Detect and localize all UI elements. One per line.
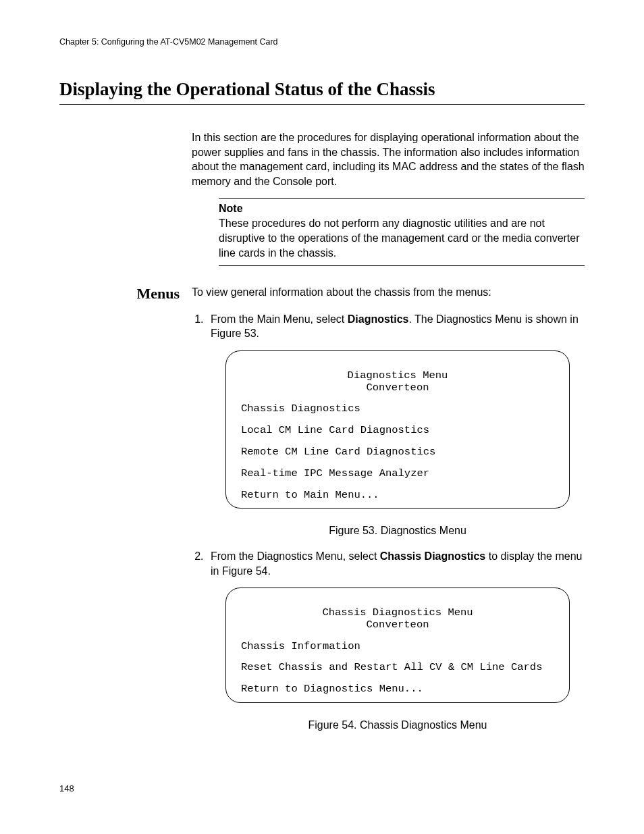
menus-section: Menus To view general information about …	[59, 285, 585, 744]
fig54-subtitle: Converteon	[241, 619, 554, 631]
fig54-item-0: Chassis Information	[241, 641, 554, 653]
fig53-item-2: Remote CM Line Card Diagnostics	[241, 446, 554, 459]
step1-pre: From the Main Menu, select	[211, 313, 348, 325]
step1-bold: Diagnostics	[348, 313, 409, 325]
intro-paragraph: In this section are the procedures for d…	[192, 130, 585, 188]
running-header: Chapter 5: Configuring the AT-CV5M02 Man…	[59, 37, 585, 47]
fig53-item-3: Real-time IPC Message Analyzer	[241, 468, 554, 480]
fig53-title: Diagnostics Menu	[241, 370, 554, 382]
figure-53-caption: Figure 53. Diagnostics Menu	[211, 523, 585, 538]
fig54-title: Chassis Diagnostics Menu	[241, 607, 554, 619]
note-text: These procedures do not perform any diag…	[219, 216, 585, 260]
step2-pre: From the Diagnostics Menu, select	[211, 550, 380, 562]
menus-content: To view general information about the ch…	[192, 285, 585, 744]
figure-54-terminal: Chassis Diagnostics MenuConverteonChassi…	[225, 588, 570, 703]
page-number: 148	[59, 783, 74, 793]
section-title: Displaying the Operational Status of the…	[59, 79, 585, 100]
step2-bold: Chassis Diagnostics	[380, 550, 486, 562]
fig53-item-0: Chassis Diagnostics	[241, 403, 554, 415]
intro-block: In this section are the procedures for d…	[192, 130, 585, 266]
page: Chapter 5: Configuring the AT-CV5M02 Man…	[0, 0, 644, 834]
figure-54-caption: Figure 54. Chassis Diagnostics Menu	[211, 718, 585, 733]
steps-list: From the Main Menu, select Diagnostics. …	[192, 312, 585, 733]
step-1: From the Main Menu, select Diagnostics. …	[207, 312, 585, 538]
fig53-item-4: Return to Main Menu...	[241, 490, 554, 502]
figure-53-terminal: Diagnostics MenuConverteonChassis Diagno…	[225, 350, 570, 509]
fig53-subtitle: Converteon	[241, 382, 554, 394]
step-2: From the Diagnostics Menu, select Chassi…	[207, 549, 585, 733]
fig54-item-1: Reset Chassis and Restart All CV & CM Li…	[241, 662, 554, 674]
menus-intro: To view general information about the ch…	[192, 285, 585, 300]
fig54-item-2: Return to Diagnostics Menu...	[241, 683, 554, 696]
title-rule	[59, 104, 585, 105]
note-label: Note	[219, 203, 585, 215]
fig53-item-1: Local CM Line Card Diagnostics	[241, 425, 554, 437]
note-box: Note These procedures do not perform any…	[219, 198, 585, 266]
sidehead-menus: Menus	[59, 285, 192, 303]
